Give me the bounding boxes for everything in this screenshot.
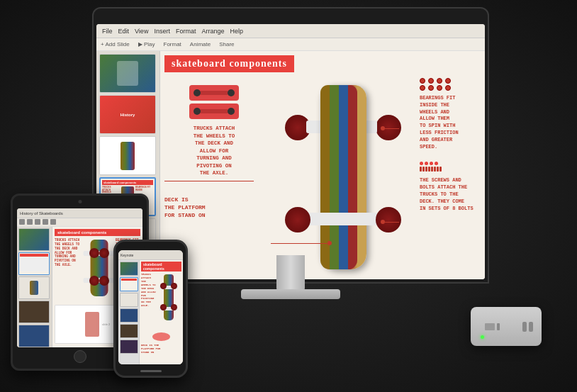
truck-icon [164,85,264,119]
tablet-camera [78,200,82,203]
bearing-dot [420,85,425,91]
tablet-thumb-4[interactable] [18,301,50,323]
tablet-slide-title: skateboard components [55,229,140,236]
tablet-sidebar [17,227,52,347]
slide-right-column: BEARINGS FITINSIDE THEWHEELS ANDALLOW TH… [420,78,485,276]
toolbar-icon-2[interactable] [27,219,33,225]
mac-mini-power-light [481,335,484,339]
phone-thumb-6[interactable] [120,340,138,354]
tablet-app-title: History of Skateboards [20,211,63,215]
tablet-thumb-1[interactable] [18,228,50,251]
slide-content: TRUCKS ATTACHTHE WHEELS TOTHE DECK ANDAL… [164,78,481,276]
monitor-stand-neck [276,255,305,291]
wheel-bottom-right [376,207,401,233]
phone-app-label: Keynote [121,253,133,257]
bearing-dot [445,78,451,84]
tablet-wheel-bl [89,276,99,286]
bearing-dot [428,85,434,91]
deck-description: DECK ISTHE PLATFORMFOR STAND ON [164,196,264,220]
bearing-dot [420,78,425,84]
phone-wheel-tr [171,283,177,289]
menu-item-arrange[interactable]: Arrange [201,28,224,35]
phone-deck [164,274,174,320]
mac-mini-port-1 [522,322,527,332]
phone-wheel-bl [160,304,167,310]
menu-item-file[interactable]: File [102,28,113,35]
screws-description: THE SCREWS ANDBOLTS ATTACH THETRUCKS TO … [420,177,485,212]
phone-sidebar [118,260,140,364]
toolbar-add-slide[interactable]: + Add Slide [101,41,130,47]
trucks-description: TRUCKS ATTACHTHE WHEELS TOTHE DECK ANDAL… [164,125,264,177]
toolbar-icon-3[interactable] [35,219,40,225]
bearing-dot [428,78,434,84]
wheel-top-right [376,115,401,140]
bearings-annotation [420,78,485,91]
menu-item-view[interactable]: View [135,28,148,35]
tablet-thumb-3[interactable] [18,276,50,299]
tablet-board-visual [86,238,113,302]
phone-home-indicator [140,370,162,372]
tablet-home-button[interactable] [74,350,86,363]
phone-thumb-5[interactable] [120,324,138,338]
menu-item-edit[interactable]: Edit [118,28,130,35]
phone: Keynote [113,240,188,378]
toolbar-share[interactable]: Share [219,41,234,47]
phone-thumb-4[interactable] [120,308,138,323]
skateboard-visual [271,78,413,276]
bearing-dot [437,78,442,84]
monitor-stand-base [241,289,340,299]
phone-notch [144,245,158,249]
phone-trucks-text: TRUCKS ATTACH THE WHEELS TO THE DECK AND… [141,273,157,308]
tablet-trucks-text: TRUCKS ATTACH THE WHEELS TO THE DECK AND… [55,238,83,302]
menu-item-help[interactable]: Help [230,28,243,35]
skateboard-image [271,78,413,276]
slide-thumb-2[interactable]: History [99,95,156,134]
screw-dot [420,162,423,165]
slide-thumb-1[interactable] [99,54,156,93]
phone-screen: Keynote [118,250,183,364]
menu-item-format[interactable]: Format [176,28,196,35]
phone-thumb-3[interactable] [120,293,138,307]
toolbar-icon-1[interactable] [19,219,25,225]
phone-main: skateboard components TRUCKS ATTACH THE … [140,260,183,364]
toolbar-format[interactable]: Format [164,41,181,47]
monitor-main: skateboard components [160,51,485,279]
tablet-thumb-5[interactable] [18,325,50,347]
screw-dot [430,162,433,165]
phone-toolbar: Keynote [118,250,183,260]
phone-thumb-1[interactable] [120,262,138,276]
tablet-wheel-tr [99,248,109,258]
phone-deck-text: DECK IS THEPLATFORM FORSTAND ON [141,344,181,354]
mac-mini [471,307,542,346]
truck-bottom [306,213,377,225]
phone-thumb-2[interactable] [120,277,138,291]
slide-title: skateboard components [164,55,294,72]
tablet-wheel-tl [89,248,99,258]
bearing-dot [445,85,451,91]
tablet-thumb-2[interactable] [18,252,50,275]
tablet-wheel-br [99,276,109,286]
phone-oval-shape [152,332,170,341]
phone-body: skateboard components TRUCKS ATTACH THE … [118,260,183,364]
bearing-dot [437,85,442,91]
toolbar-icon-5[interactable] [50,219,56,225]
toolbar-animate[interactable]: Animate [190,41,211,47]
screw-dot [435,162,438,165]
monitor-menubar: File Edit View Insert Format Arrange Hel… [96,24,485,38]
phone-board-area: TRUCKS ATTACH THE WHEELS TO THE DECK AND… [141,273,181,330]
phone-wheel-br [171,304,177,310]
monitor-toolbar: + Add Slide ▶ Play Format Animate Share [96,38,485,51]
slide-thumb-3[interactable] [99,136,156,175]
wheel-bottom-left [285,207,310,233]
phone-board-mini [158,273,179,330]
mac-mini-ports [522,322,533,332]
tablet-menubar: History of Skateboards [17,208,142,218]
toolbar-play[interactable]: ▶ Play [138,41,155,47]
screws-annotation [420,162,485,172]
screw-dot [425,162,428,165]
menu-item-insert[interactable]: Insert [154,28,170,35]
phone-slide-title: skateboard components [141,262,181,271]
mac-mini-port-2 [529,322,533,332]
phone-wheel-tl [160,283,167,289]
toolbar-icon-4[interactable] [43,219,48,225]
